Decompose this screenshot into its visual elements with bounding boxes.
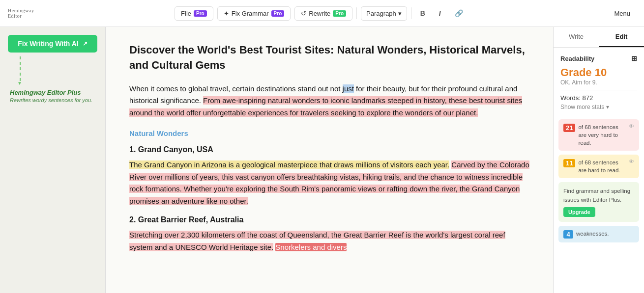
fix-writing-label: Fix Writing With AI xyxy=(18,40,79,48)
italic-label: I xyxy=(439,9,441,17)
show-more-stats[interactable]: Show more stats ▾ xyxy=(560,104,637,110)
dashed-arrow xyxy=(20,56,21,81)
file-pro-badge: Pro xyxy=(194,10,207,17)
editor-area[interactable]: Discover the World's Best Tourist Sites:… xyxy=(106,27,553,293)
divider2 xyxy=(411,7,411,19)
chevron-down-icon: ▾ xyxy=(606,104,609,110)
stat-very-hard: 21 of 68 sentences are very hard to read… xyxy=(558,119,639,151)
highlight-blue: just xyxy=(343,84,354,93)
write-tab[interactable]: Write xyxy=(554,27,599,47)
paragraph-1: When it comes to global travel, certain … xyxy=(129,83,529,119)
app-logo: Hemingway Editor xyxy=(8,8,34,19)
eye-icon-1[interactable]: 👁 xyxy=(629,123,634,129)
stat3-num: 4 xyxy=(563,230,573,239)
plus-sub: Rewrites wordy sentences for you. xyxy=(10,97,92,103)
fix-grammar-button[interactable]: ✦ Fix Grammar Pro xyxy=(217,6,291,21)
eye-icon-2[interactable]: 👁 xyxy=(629,159,634,164)
section-heading: Natural Wonders xyxy=(129,129,529,137)
readability-section: Readability ⊞ Grade 10 OK. Aim for 9. Wo… xyxy=(554,48,644,115)
stat-hard: 11 of 68 sentences are hard to read. 👁 xyxy=(558,155,639,178)
stat-row-3: 4 weaknesses. xyxy=(563,230,634,239)
rewrite-icon: ↺ xyxy=(301,10,306,17)
logo-sub: Editor xyxy=(8,13,34,19)
main-layout: Fix Writing With AI ↗ Hemingway Editor P… xyxy=(0,27,644,293)
fix-grammar-label: Fix Grammar xyxy=(232,10,269,17)
paragraph-3: Stretching over 2,300 kilometers off the… xyxy=(129,229,529,254)
sidebar-left: Fix Writing With AI ↗ Hemingway Editor P… xyxy=(0,27,106,293)
readability-label: Readability ⊞ xyxy=(560,54,637,62)
words-count: Words: 872 xyxy=(560,94,637,102)
readability-text: Readability xyxy=(560,55,594,62)
grammar-pro-badge: Pro xyxy=(271,10,285,17)
grammar-box: Find grammar and spelling issues with Ed… xyxy=(558,182,639,222)
stat-row-1: 21 of 68 sentences are very hard to read… xyxy=(563,123,634,147)
file-button[interactable]: File Pro xyxy=(175,6,213,21)
menu-label: Menu xyxy=(614,10,630,17)
app-header: Hemingway Editor File Pro ✦ Fix Grammar … xyxy=(0,0,644,27)
chevron-down-icon: ▾ xyxy=(398,10,402,17)
stat1-text: of 68 sentences are very hard to read. xyxy=(578,123,626,147)
show-more-label: Show more stats xyxy=(560,104,604,110)
edit-tab-label: Edit xyxy=(615,33,628,40)
rewrite-pro-badge: Pro xyxy=(333,10,346,17)
grade-sub: OK. Aim for 9. xyxy=(560,79,637,86)
plus-label: Hemingway Editor Plus xyxy=(10,89,81,96)
edit-tab[interactable]: Edit xyxy=(599,27,644,47)
bold-label: B xyxy=(420,9,425,17)
italic-button[interactable]: I xyxy=(434,6,446,20)
document-title: Discover the World's Best Tourist Sites:… xyxy=(129,43,529,73)
file-label: File xyxy=(181,10,191,17)
grammar-text: Find grammar and spelling issues with Ed… xyxy=(563,187,634,204)
logo-name: Hemingway xyxy=(8,8,34,13)
write-edit-tabs: Write Edit xyxy=(554,27,644,48)
paragraph-label: Paragraph xyxy=(366,10,396,17)
rewrite-button[interactable]: ↺ Rewrite Pro xyxy=(294,6,352,21)
link-icon: 🔗 xyxy=(455,9,463,17)
stat-weaknesses: 4 weaknesses. xyxy=(558,226,639,242)
paragraph-2: The Grand Canyon in Arizona is a geologi… xyxy=(129,159,529,208)
sidebar-right: Write Edit Readability ⊞ Grade 10 OK. Ai… xyxy=(553,27,644,293)
grade-value: Grade 10 xyxy=(560,66,637,79)
upgrade-label: Upgrade xyxy=(568,209,590,215)
divider xyxy=(560,90,637,90)
heading-2: 2. Great Barrier Reef, Australia xyxy=(129,215,529,224)
fix-icon: ✦ xyxy=(224,10,229,17)
paragraph-button[interactable]: Paragraph ▾ xyxy=(361,6,407,21)
external-link-icon: ↗ xyxy=(83,40,88,47)
settings-icon: ⊞ xyxy=(631,54,637,62)
highlight-yellow-1: The Grand Canyon in Arizona is a geologi… xyxy=(129,160,449,169)
rewrite-label: Rewrite xyxy=(309,10,330,17)
link-button[interactable]: 🔗 xyxy=(450,6,468,20)
write-tab-label: Write xyxy=(569,33,584,40)
highlight-red: Snorkelers and divers xyxy=(275,243,347,251)
stat-row-2: 11 of 68 sentences are hard to read. 👁 xyxy=(563,159,634,174)
stat3-text: weaknesses. xyxy=(576,230,609,238)
menu-button[interactable]: Menu xyxy=(608,7,636,20)
fix-writing-button[interactable]: Fix Writing With AI ↗ xyxy=(8,35,97,53)
stat2-num: 11 xyxy=(563,159,575,167)
divider xyxy=(356,7,357,19)
header-toolbar: File Pro ✦ Fix Grammar Pro ↺ Rewrite Pro… xyxy=(175,6,468,21)
heading-1: 1. Grand Canyon, USA xyxy=(129,145,529,154)
stat2-text: of 68 sentences are hard to read. xyxy=(578,159,626,174)
bold-button[interactable]: B xyxy=(415,6,430,20)
upgrade-button[interactable]: Upgrade xyxy=(563,207,595,217)
highlight-pink-1: From awe-inspiring natural wonders to ic… xyxy=(129,96,522,117)
stat1-num: 21 xyxy=(563,124,575,132)
